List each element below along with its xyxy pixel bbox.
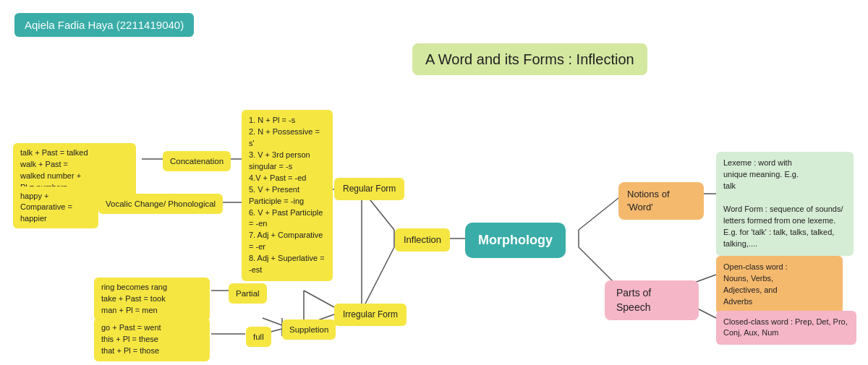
notions-box: Notions of 'Word' [618,182,704,220]
closed-class-box: Closed-class word : Prep, Det, Pro, Conj… [716,311,856,345]
lexeme-info-box: Lexeme : word with unique meaning. E.g. … [716,152,854,256]
ring-box: ring becomes rang take + Past = took man… [94,278,210,321]
happy-box: happy + Comparative = happier [13,186,98,228]
full-box: full [246,327,271,347]
title-box: A Word and its Forms : Inflection [412,43,647,75]
parts-box: Parts of Speech [605,280,699,320]
inflection-box: Inflection [395,228,450,252]
go-box: go + Past = went this + Pl = these that … [94,318,210,361]
regular-form-box: Regular Form [334,178,404,200]
svg-line-2 [362,247,394,311]
irregular-form-box: Irregular Form [334,304,407,326]
partial-box: Partial [229,283,267,304]
svg-line-14 [579,195,622,230]
svg-line-11 [263,318,282,325]
suppletion-box: Suppletion [282,319,336,340]
open-class-box: Open-class word : Nouns, Verbs, Adjectiv… [716,256,843,314]
concatenation-box: Concatenation [163,151,231,171]
svg-line-8 [304,291,334,307]
morphology-box: Morphology [465,223,566,258]
rules-box: 1. N + Pl = -s 2. N + Possessive = s' 3.… [242,110,333,281]
name-badge: Aqiela Fadia Haya (2211419040) [14,13,194,37]
